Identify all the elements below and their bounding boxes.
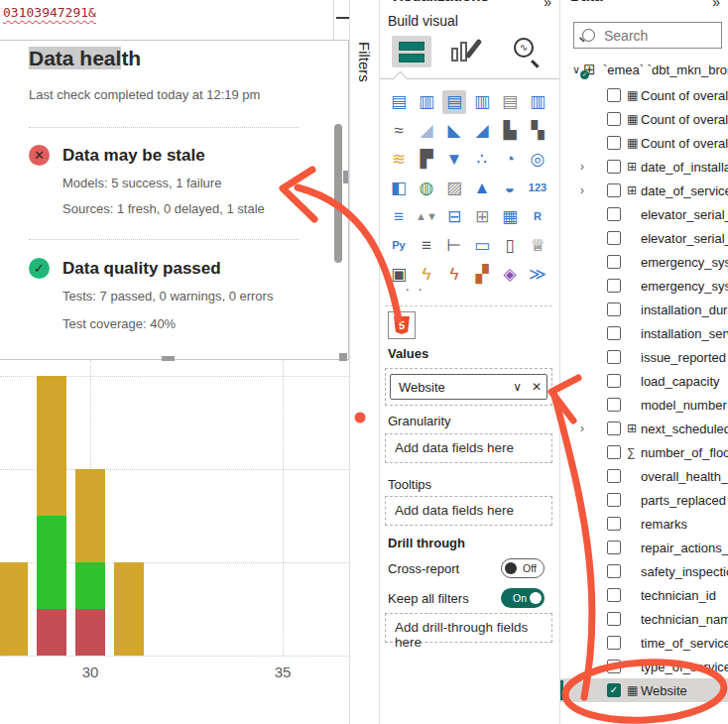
search-box[interactable] (573, 22, 722, 49)
field-checkbox[interactable] (607, 612, 621, 626)
waterfall-chart-icon[interactable]: ▛ (415, 148, 438, 172)
r-script-visual-icon[interactable]: R (526, 205, 549, 229)
filters-pane-collapsed[interactable]: Filters (349, 0, 380, 724)
values-field-well[interactable]: Website ∨ ✕ (385, 368, 552, 406)
field-row-elevator-serial-[interactable]: elevator_serial_... (560, 202, 728, 226)
area-chart-icon[interactable]: ◢ (415, 119, 438, 143)
line-stacked-column-chart-icon[interactable]: ▙ (498, 119, 522, 143)
gauge-icon[interactable]: ◒ (498, 177, 522, 200)
tab-build-visual[interactable] (392, 36, 431, 67)
paginated-report-icon[interactable]: ▯ (498, 234, 522, 258)
table-tree-root[interactable]: ∨ ⊞✓ `emea` `dbt_mkn_bron... (560, 58, 728, 81)
cross-report-toggle[interactable]: Off (501, 558, 545, 578)
field-row-date-of-service[interactable]: ›⊞date_of_service (560, 179, 728, 202)
tab-format-visual[interactable] (449, 38, 475, 63)
field-checkbox[interactable] (607, 422, 621, 435)
tab-analytics[interactable]: ∿ (513, 37, 541, 64)
field-checkbox[interactable] (607, 326, 621, 340)
field-row-emergency-syst-[interactable]: emergency_syst... (560, 274, 728, 298)
drill-through-field-well[interactable]: Add drill-through fields here (385, 613, 552, 643)
matrix-icon[interactable]: ▦ (498, 205, 522, 229)
power-automate-visual-icon[interactable]: ≫ (526, 263, 549, 287)
field-row-installation-dur-[interactable]: installation_dur... (560, 298, 728, 321)
field-checkbox[interactable] (607, 160, 621, 174)
field-row-overall-health-c-[interactable]: overall_health_c... (560, 464, 728, 488)
qa-visual-icon[interactable]: ▭ (470, 234, 494, 258)
stacked-area-chart-icon[interactable]: ◣ (442, 119, 466, 143)
scrollbar-thumb[interactable] (334, 124, 342, 263)
field-row-elevator-serial-[interactable]: elevator_serial_... (560, 226, 728, 250)
bar-segment-green[interactable] (75, 562, 105, 609)
granularity-field-well[interactable]: Add data fields here (385, 433, 552, 463)
line-chart-icon[interactable]: ≈ (387, 119, 411, 143)
100-stacked-column-chart-icon[interactable]: ▥ (526, 90, 549, 114)
donut-chart-icon[interactable]: ◎ (526, 148, 549, 172)
100-stacked-area-chart-icon[interactable]: ◢ (470, 119, 494, 143)
field-row-technician-name[interactable]: technician_name (560, 607, 728, 631)
table-icon[interactable]: ⊞ (470, 205, 494, 229)
search-input[interactable] (602, 27, 715, 45)
bar-segment-red[interactable] (75, 609, 105, 656)
field-row-emergency-syst-[interactable]: emergency_syst... (560, 250, 728, 274)
field-row-count-of-overal-[interactable]: ▦Count of overal... (560, 107, 728, 131)
clustered-column-chart-icon[interactable]: ▥ (470, 90, 494, 114)
python-visual-icon[interactable]: Py (387, 234, 411, 258)
field-checkbox[interactable] (607, 350, 621, 364)
field-checkbox[interactable] (607, 302, 621, 316)
dynamic-filter-visual-icon[interactable]: ϟ (442, 263, 466, 287)
expand-chevron-icon[interactable]: › (580, 183, 607, 197)
field-row-count-of-overal-[interactable]: ▦Count of overal... (560, 83, 728, 107)
field-checkbox[interactable] (607, 255, 621, 269)
field-row-date-of-installa-[interactable]: ›⊞date_of_installa... (560, 155, 728, 179)
kpi-icon[interactable]: ▲▼ (415, 205, 438, 229)
collapse-pane-icon[interactable]: » (544, 0, 551, 10)
minimize-icon[interactable] (336, 17, 349, 19)
stacked-column-chart-icon[interactable]: ▥ (415, 90, 438, 114)
field-row-next-scheduled-[interactable]: ›⊞next_scheduled... (560, 417, 728, 440)
metrics-icon[interactable]: ♕ (526, 234, 549, 258)
field-checkbox[interactable] (607, 636, 621, 650)
bar-segment-gold[interactable] (114, 562, 144, 656)
field-row-parts-replaced[interactable]: parts_replaced (560, 488, 728, 512)
histogram-chart[interactable]: 3035 (0, 360, 349, 717)
clustered-bar-chart-icon[interactable]: ▤ (442, 90, 466, 114)
field-checkbox[interactable] (607, 398, 621, 412)
field-row-count-of-overal-[interactable]: ▦Count of overal... (560, 131, 728, 155)
field-row-type-of-service[interactable]: type_of_service (560, 655, 728, 678)
bar-segment-green[interactable] (37, 516, 66, 609)
field-row-technician-id[interactable]: technician_id (560, 583, 728, 607)
bar-segment-gold[interactable] (75, 469, 105, 562)
field-row-installation-serv-[interactable]: installation_serv... (560, 321, 728, 345)
html-custom-visual-button[interactable]: 5 (388, 311, 416, 339)
field-checkbox[interactable] (607, 660, 621, 673)
field-row-time-of-service[interactable]: time_of_service (560, 631, 728, 655)
arcgis-map-icon[interactable]: ▞ (470, 263, 494, 287)
field-checkbox[interactable] (607, 88, 621, 102)
resize-handle-right[interactable] (343, 171, 348, 183)
field-checkbox[interactable] (607, 183, 621, 197)
field-checkbox[interactable] (607, 493, 621, 507)
get-more-visuals-button[interactable]: · · · (392, 280, 425, 297)
line-clustered-column-chart-icon[interactable]: ▚ (526, 119, 549, 143)
field-row-website[interactable]: ✓▦Website (560, 678, 728, 702)
field-checkbox[interactable]: ✓ (607, 683, 621, 697)
stacked-bar-chart-icon[interactable]: ▤ (387, 90, 411, 114)
tooltips-field-well[interactable]: Add data fields here (385, 496, 552, 526)
field-row-model-number[interactable]: model_number (560, 393, 728, 417)
field-row-load-capacity[interactable]: load_capacity (560, 369, 728, 393)
expand-chevron-icon[interactable]: › (580, 422, 607, 435)
card-icon[interactable]: 123 (526, 177, 549, 200)
field-checkbox[interactable] (607, 112, 621, 126)
field-checkbox[interactable] (607, 541, 621, 554)
collapse-pane-icon[interactable]: » (712, 0, 720, 10)
field-checkbox[interactable] (607, 469, 621, 483)
multi-row-card-icon[interactable]: ≡ (387, 205, 411, 229)
field-checkbox[interactable] (607, 517, 621, 531)
field-checkbox[interactable] (607, 374, 621, 388)
bar-segment-gold[interactable] (0, 562, 28, 656)
keep-filters-toggle[interactable]: On (501, 588, 545, 608)
filled-map-icon[interactable]: ▨ (442, 177, 466, 200)
field-checkbox[interactable] (607, 207, 621, 221)
azure-map-icon[interactable]: ▲ (470, 177, 494, 200)
field-row-safety-inspectio-[interactable]: safety_inspectio... (560, 559, 728, 583)
